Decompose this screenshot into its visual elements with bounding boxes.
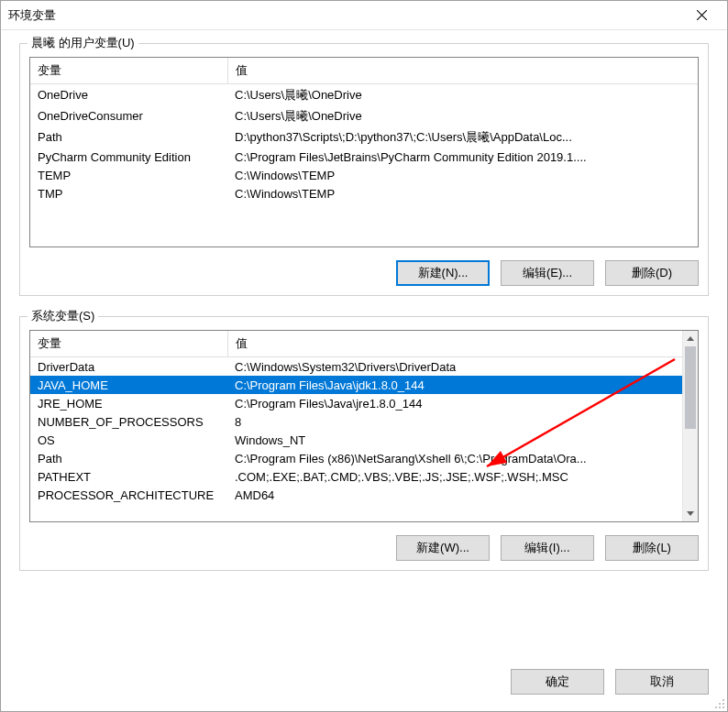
cell-var: OneDrive (30, 84, 227, 106)
cell-val: Windows_NT (227, 431, 682, 449)
env-vars-dialog: 环境变量 晨曦 的用户变量(U) 变量 值 OneDriveC:\Users\晨… (0, 0, 728, 712)
sys-col-var[interactable]: 变量 (30, 331, 227, 357)
cell-val: .COM;.EXE;.BAT;.CMD;.VBS;.VBE;.JS;.JSE;.… (227, 467, 682, 486)
close-icon (697, 10, 707, 20)
table-row[interactable]: PyCharm Community EditionC:\Program File… (30, 148, 698, 166)
dialog-button-row: 确定 取消 (1, 658, 727, 711)
cell-val: C:\Program Files\Java\jre1.8.0_144 (227, 394, 682, 412)
cell-val: C:\Program Files\Java\jdk1.8.0_144 (227, 376, 682, 394)
table-row[interactable]: TEMPC:\Windows\TEMP (30, 166, 698, 184)
table-row[interactable]: DriverDataC:\Windows\System32\Drivers\Dr… (30, 357, 682, 377)
user-delete-button[interactable]: 删除(D) (605, 260, 699, 286)
sys-col-val[interactable]: 值 (227, 331, 682, 357)
ok-button[interactable]: 确定 (511, 669, 604, 695)
cell-var: PyCharm Community Edition (30, 148, 227, 166)
table-row[interactable]: OSWindows_NT (30, 431, 682, 449)
user-new-button[interactable]: 新建(N)... (396, 260, 490, 286)
sys-vars-table: 变量 值 DriverDataC:\Windows\System32\Drive… (30, 331, 682, 504)
scroll-thumb[interactable] (685, 346, 696, 429)
cell-var: TMP (30, 184, 227, 203)
cell-var: TEMP (30, 166, 227, 184)
table-row[interactable]: JAVA_HOMEC:\Program Files\Java\jdk1.8.0_… (30, 376, 682, 394)
table-row[interactable]: OneDriveConsumerC:\Users\晨曦\OneDrive (30, 105, 698, 126)
cell-val: C:\Windows\System32\Drivers\DriverData (227, 357, 682, 377)
close-button[interactable] (683, 2, 720, 29)
cell-var: PATHEXT (30, 467, 227, 486)
table-row[interactable]: PathD:\python37\Scripts\;D:\python37\;C:… (30, 126, 698, 148)
sys-vars-tbody: DriverDataC:\Windows\System32\Drivers\Dr… (30, 357, 682, 505)
table-row[interactable]: JRE_HOMEC:\Program Files\Java\jre1.8.0_1… (30, 394, 682, 412)
svg-point-7 (722, 707, 724, 708)
user-col-val[interactable]: 值 (227, 58, 698, 84)
cell-var: OS (30, 431, 227, 449)
sys-vars-group: 系统变量(S) 变量 值 DriverDataC:\Windows\System… (19, 316, 709, 571)
table-row[interactable]: PathC:\Program Files (x86)\NetSarang\Xsh… (30, 449, 682, 467)
table-row[interactable]: PROCESSOR_ARCHITECTUREAMD64 (30, 486, 682, 504)
sys-edit-button[interactable]: 编辑(I)... (501, 535, 594, 561)
sys-new-button[interactable]: 新建(W)... (396, 535, 490, 561)
cell-val: 8 (227, 412, 682, 431)
cell-var: Path (30, 126, 227, 148)
cell-var: NUMBER_OF_PROCESSORS (30, 412, 227, 431)
sys-scrollbar[interactable] (682, 331, 698, 521)
user-vars-title: 晨曦 的用户变量(U) (28, 35, 138, 51)
cell-var: JAVA_HOME (30, 376, 227, 394)
svg-point-4 (722, 703, 724, 705)
cell-val: C:\Windows\TEMP (227, 166, 698, 184)
svg-point-5 (715, 707, 717, 708)
scroll-down-icon[interactable] (683, 506, 698, 521)
user-button-row: 新建(N)... 编辑(E)... 删除(D) (29, 260, 699, 286)
cell-val: C:\Users\晨曦\OneDrive (227, 84, 698, 106)
cell-val: C:\Windows\TEMP (227, 184, 698, 203)
cell-val: C:\Users\晨曦\OneDrive (227, 105, 698, 126)
table-row[interactable]: PATHEXT.COM;.EXE;.BAT;.CMD;.VBS;.VBE;.JS… (30, 467, 682, 486)
window-title: 环境变量 (8, 7, 683, 24)
sys-delete-button[interactable]: 删除(L) (605, 535, 699, 561)
cell-var: OneDriveConsumer (30, 105, 227, 126)
dialog-content: 晨曦 的用户变量(U) 变量 值 OneDriveC:\Users\晨曦\One… (1, 30, 727, 658)
table-row[interactable]: NUMBER_OF_PROCESSORS8 (30, 412, 682, 431)
sys-vars-title: 系统变量(S) (28, 308, 98, 324)
scroll-up-icon[interactable] (683, 331, 698, 346)
cell-val: AMD64 (227, 486, 682, 504)
titlebar: 环境变量 (1, 1, 727, 30)
table-row[interactable]: OneDriveC:\Users\晨曦\OneDrive (30, 84, 698, 106)
user-col-var[interactable]: 变量 (30, 58, 227, 84)
cell-var: Path (30, 449, 227, 467)
cell-var: DriverData (30, 357, 227, 377)
svg-point-6 (719, 707, 721, 708)
svg-point-3 (719, 703, 721, 705)
cell-val: C:\Program Files (x86)\NetSarang\Xshell … (227, 449, 682, 467)
user-vars-group: 晨曦 的用户变量(U) 变量 值 OneDriveC:\Users\晨曦\One… (19, 43, 709, 296)
scroll-track[interactable] (683, 346, 698, 506)
cell-val: C:\Program Files\JetBrains\PyCharm Commu… (227, 148, 698, 166)
user-vars-table: 变量 值 OneDriveC:\Users\晨曦\OneDriveOneDriv… (30, 58, 698, 203)
cancel-button[interactable]: 取消 (615, 669, 709, 695)
sys-button-row: 新建(W)... 编辑(I)... 删除(L) (29, 535, 699, 561)
user-vars-tbody: OneDriveC:\Users\晨曦\OneDriveOneDriveCons… (30, 84, 698, 203)
resize-grip-icon[interactable] (712, 696, 725, 709)
cell-var: JRE_HOME (30, 394, 227, 412)
svg-point-2 (722, 699, 724, 701)
cell-val: D:\python37\Scripts\;D:\python37\;C:\Use… (227, 126, 698, 148)
sys-vars-table-wrap[interactable]: 变量 值 DriverDataC:\Windows\System32\Drive… (29, 330, 699, 522)
user-vars-table-wrap[interactable]: 变量 值 OneDriveC:\Users\晨曦\OneDriveOneDriv… (29, 57, 699, 247)
user-edit-button[interactable]: 编辑(E)... (501, 260, 594, 286)
cell-var: PROCESSOR_ARCHITECTURE (30, 486, 227, 504)
table-row[interactable]: TMPC:\Windows\TEMP (30, 184, 698, 203)
